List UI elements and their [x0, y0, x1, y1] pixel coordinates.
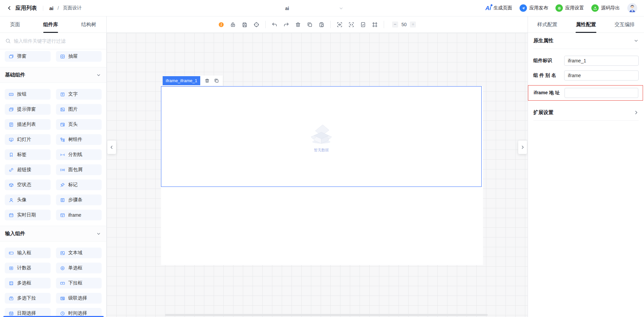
toolbar-divider — [384, 21, 384, 28]
component-item-text[interactable]: 文字 — [56, 89, 102, 100]
component-item-image[interactable]: 图片 — [56, 104, 102, 115]
component-item-label: 页头 — [68, 121, 78, 127]
zoom-out-button[interactable]: − — [392, 21, 398, 28]
component-id-input[interactable] — [564, 56, 639, 66]
component-item-desc-list[interactable]: 描述列表 — [5, 119, 51, 130]
component-item-label: 日期选择 — [17, 310, 36, 316]
page-select-dropdown[interactable]: ai — [225, 0, 349, 16]
component-item-user[interactable]: 头像 — [5, 195, 51, 205]
section-header-label: 输入组件 — [5, 230, 25, 237]
component-item-slideshow[interactable]: 幻灯片 — [5, 134, 51, 145]
component-item-counter[interactable]: 计数器 — [5, 263, 51, 273]
app-publish-button[interactable]: 应用发布 — [520, 4, 548, 12]
back-label[interactable]: 应用列表 — [15, 5, 37, 12]
field-component-id: 组件标识 — [533, 56, 639, 66]
avatar[interactable] — [627, 3, 637, 13]
component-item-input[interactable]: 输入框 — [5, 248, 51, 258]
drawer-icon — [60, 54, 65, 59]
copy-icon[interactable] — [307, 22, 313, 28]
section-header[interactable]: 输入组件 — [0, 226, 106, 242]
page-sheet[interactable]: iframe_iframe_1 — [161, 86, 483, 265]
ai-logo-icon: Ai — [485, 5, 491, 11]
redo-icon[interactable] — [283, 22, 289, 28]
component-item-radio[interactable]: 单选框 — [56, 263, 102, 273]
generate-page-button[interactable]: Ai 生成页面 — [485, 5, 512, 11]
component-item-drawer[interactable]: 抽屉 — [56, 51, 102, 62]
component-item-empty-box[interactable]: 空状态 — [5, 179, 51, 190]
toolbar-group — [272, 22, 324, 28]
iframe-url-input[interactable] — [565, 88, 638, 98]
component-item-datepick[interactable]: 日期选择 — [5, 308, 51, 317]
tab-style-config[interactable]: 样式配置 — [537, 16, 557, 33]
save-icon[interactable] — [242, 22, 248, 28]
component-item-label: 空状态 — [17, 182, 31, 188]
component-item-tree[interactable]: 树组件 — [56, 134, 102, 145]
component-grid: 弹窗抽屉 — [5, 51, 102, 62]
component-item-iframe[interactable]: iframe — [56, 210, 102, 220]
component-item-checkbox[interactable]: 多选框 — [5, 278, 51, 288]
code-icon[interactable] — [348, 22, 354, 28]
empty-box-illustration — [307, 120, 336, 145]
back-icon[interactable] — [7, 5, 12, 11]
horizontal-scrollbar[interactable] — [165, 314, 488, 316]
pin-icon — [60, 182, 65, 188]
component-item-select[interactable]: 下拉框 — [56, 278, 102, 288]
copy-icon[interactable] — [214, 78, 219, 83]
preview-icon[interactable] — [337, 22, 342, 28]
zoom-in-button[interactable]: + — [410, 21, 416, 28]
section-extended-settings[interactable]: 扩展设置 — [533, 105, 639, 121]
paste-icon[interactable] — [319, 22, 324, 28]
breadcrumb: 应用列表 ai / 页面设计 — [7, 5, 82, 12]
component-item-label: 多选下拉 — [17, 295, 36, 301]
component-item-steps[interactable]: 步骤条 — [56, 195, 102, 205]
component-item-divider[interactable]: 分割线 — [56, 149, 102, 160]
component-item-label: 描述列表 — [17, 121, 36, 127]
section-native-props[interactable]: 原生属性 — [533, 33, 639, 49]
component-item-textarea[interactable]: 文本域 — [56, 248, 102, 258]
chevron-down-icon — [634, 38, 639, 43]
component-item-multiselect[interactable]: 多选下拉 — [5, 293, 51, 304]
component-item-tag[interactable]: 标签 — [5, 149, 51, 160]
component-item-cascade[interactable]: 级联选择 — [56, 293, 102, 304]
undo-icon[interactable] — [272, 22, 277, 28]
collapse-right-panel-button[interactable] — [518, 141, 527, 154]
chevron-down-icon — [96, 231, 101, 236]
component-alias-input[interactable] — [564, 70, 639, 81]
tab-interaction-config[interactable]: 交互编排 — [614, 16, 635, 33]
component-item-label: 树组件 — [68, 137, 83, 143]
chevron-right-icon — [520, 145, 525, 150]
component-item-label: 头像 — [17, 197, 26, 203]
component-item-tip-popup[interactable]: 提示弹窗 — [5, 104, 51, 115]
component-item-link[interactable]: 超链接 — [5, 164, 51, 175]
tab-property-config[interactable]: 属性配置 — [576, 16, 596, 33]
component-item-breadcrumb[interactable]: 面包屑 — [56, 164, 102, 175]
breadcrumb-app[interactable]: ai — [49, 5, 54, 11]
component-item-timepick[interactable]: 时间选择 — [56, 308, 102, 317]
delete-icon[interactable] — [295, 22, 301, 28]
field-component-alias: 组 件 别 名 — [533, 70, 639, 81]
app-settings-button[interactable]: 应用设置 — [555, 4, 584, 12]
target-icon[interactable] — [254, 22, 259, 28]
component-item-page-header[interactable]: 页头 — [56, 119, 102, 130]
zoom-level: 50 — [401, 22, 407, 27]
info-icon[interactable] — [218, 22, 224, 28]
frame-icon[interactable] — [372, 22, 378, 28]
tab-pages[interactable]: 页面 — [10, 16, 20, 33]
source-export-button[interactable]: 源码导出 — [591, 4, 620, 12]
delete-icon[interactable] — [205, 78, 210, 83]
collapse-left-panel-button[interactable] — [107, 141, 116, 154]
canvas-grid-area[interactable]: iframe_iframe_1 — [107, 33, 528, 317]
component-search-input[interactable] — [14, 38, 101, 44]
unlock-icon[interactable] — [230, 22, 236, 28]
app-settings-label: 应用设置 — [565, 5, 584, 11]
tab-component-library[interactable]: 组件库 — [43, 16, 58, 33]
component-item-popup[interactable]: 弹窗 — [5, 51, 51, 62]
toolbar-group — [218, 22, 259, 28]
component-item-calendar[interactable]: 实时日期 — [5, 210, 51, 220]
component-item-pin[interactable]: 标记 — [56, 179, 102, 190]
page-check-icon[interactable] — [360, 22, 366, 28]
component-item-btn[interactable]: BTN按钮 — [5, 89, 51, 100]
section-header[interactable]: 基础组件 — [0, 67, 106, 83]
iframe-component-selected[interactable]: iframe_iframe_1 — [161, 86, 482, 187]
tab-structure-tree[interactable]: 结构树 — [81, 16, 96, 33]
